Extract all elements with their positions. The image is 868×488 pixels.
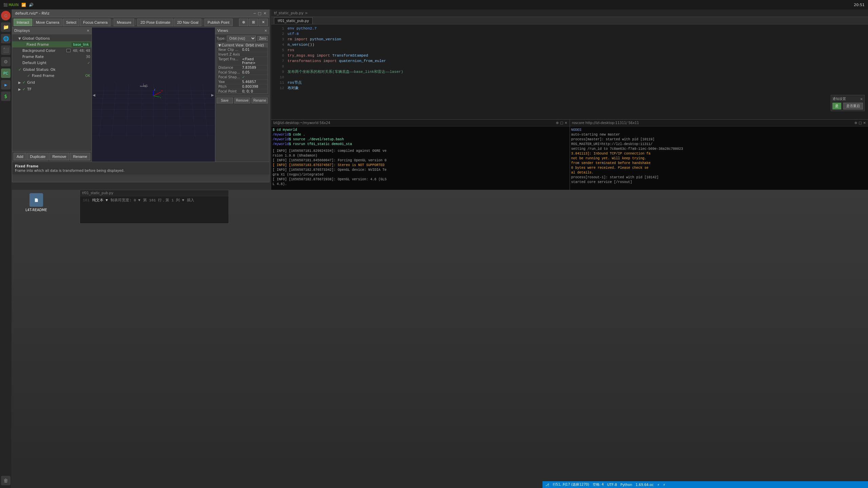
views-title: Views [217, 28, 228, 33]
code-text-4: n_version()) [288, 42, 314, 47]
distance-value: 7.83589 [242, 66, 266, 69]
target-frame-row: Target Fra... <Fixed Frame> [217, 57, 268, 65]
interact-button[interactable]: Interact [14, 19, 32, 26]
remove-display-button[interactable]: Remove [49, 153, 69, 160]
editor-tab-main[interactable]: tf01_static_pub.py [274, 17, 313, 24]
taskbar-pycharm[interactable]: PC [1, 68, 11, 78]
add-display-button[interactable]: Add [14, 153, 26, 160]
tf-check[interactable]: ✓ [22, 87, 27, 92]
system-bar: ⬛ MAXN 📶 🔊 20:51 [0, 0, 868, 9]
taskbar-trash[interactable]: 🗑 [1, 476, 11, 485]
bottom-code-line-1: 161 纯文本 ▼ 制表符宽度: 8 ▼ 第 161 行，第 1 列 ▼ 插入 [81, 198, 227, 203]
taskbar-browser[interactable]: 🌐 [1, 34, 11, 43]
bottom-code-content[interactable]: 161 纯文本 ▼ 制表符宽度: 8 ▼ 第 161 行，第 1 列 ▼ 插入 [80, 196, 229, 204]
far-right-buttons: 通知设置 ✕ 是 是否重启 [831, 95, 865, 111]
grid-label: Grid [27, 80, 90, 85]
line-num-3: 3 [274, 37, 284, 42]
views-remove-button[interactable]: Remove [234, 98, 251, 103]
frame-rate-row[interactable]: Frame Rate 30 [12, 54, 92, 60]
terminal-right-line-8: 3.841113]: Inbound TCP/IP connection fa [571, 151, 867, 156]
invert-z-value [242, 53, 266, 56]
default-light-row[interactable]: Default Light ✓ [12, 60, 92, 66]
fixed-frame-value[interactable]: base_link [72, 42, 90, 47]
publish-point-button[interactable]: Publish Point [204, 19, 232, 26]
terminal-left-title: lzl@lzl-desktop:~/myworld 56x24 [273, 121, 330, 125]
maximize-btn[interactable]: □ [258, 11, 261, 16]
git-icon: ⎇ [545, 483, 549, 487]
nav-2d-button[interactable]: 2D Nav Goal [174, 19, 201, 26]
views-type-select[interactable]: Orbit (rviz) [227, 36, 256, 41]
fixed-frame-row[interactable]: Fixed Frame base_link [12, 41, 92, 47]
line-num-12: 12 [274, 85, 284, 91]
duplicate-display-button[interactable]: Duplicate [27, 153, 49, 160]
taskbar-home[interactable]: ⊙ [1, 11, 11, 20]
displays-close-btn[interactable]: ✕ [87, 29, 90, 33]
minimize-btn[interactable]: ─ [254, 11, 256, 16]
terminal-left-line-8: [ INFO] [1656507183.876374567]: Stereo i… [273, 163, 568, 168]
tf-row[interactable]: ▶ ✓ TF [12, 86, 92, 92]
line-num-8: 8 [274, 64, 284, 69]
views-zero-button[interactable]: Zero [257, 36, 268, 41]
line-num-9: 9 [274, 69, 284, 75]
move-camera-button[interactable]: Move Camera [33, 19, 62, 26]
terminal-btn-1[interactable]: ⊕ [556, 121, 558, 125]
terminal-right-btn-2[interactable]: □ [859, 121, 862, 125]
close-btn[interactable]: ✕ [263, 11, 267, 16]
toolbar-split[interactable]: ⊞ [249, 19, 258, 26]
views-current-header[interactable]: ▼ Current View Orbit (rviz) [217, 43, 268, 47]
views-type-label: Type: [217, 37, 225, 40]
grid-expand[interactable]: ▶ [18, 81, 22, 84]
toolbar-expand[interactable]: ⊕ [239, 19, 248, 26]
select-button[interactable]: Select [63, 19, 80, 26]
measure-button[interactable]: Measure [114, 19, 134, 26]
terminal-btn-3[interactable]: ✕ [565, 121, 567, 125]
taskbar-terminal[interactable]: ⬛ [1, 45, 11, 55]
grid-row[interactable]: ▶ ✓ Grid [12, 79, 92, 85]
color-swatch[interactable] [66, 49, 71, 52]
notification-close[interactable]: ✕ [860, 97, 863, 101]
terminal-right-btn-1[interactable]: ⊕ [854, 121, 857, 125]
tf-expand[interactable]: ▶ [18, 87, 22, 91]
warn-icon: ⚡ [663, 483, 665, 487]
code-text-11: ros节点 [288, 80, 302, 85]
toolbar-close[interactable]: ✕ [259, 19, 268, 26]
cancel-button[interactable]: 是否重启 [843, 103, 863, 109]
displays-panel-header: Displays ✕ [12, 27, 92, 34]
background-color-row[interactable]: Background Color 48; 48; 48 [12, 47, 92, 54]
rename-display-button[interactable]: Rename [70, 153, 90, 160]
global-status-ff-value: OK [85, 74, 90, 78]
expand-icon: ▼ [218, 43, 221, 47]
global-options-row[interactable]: ▼ Global Options [12, 35, 92, 41]
focus-camera-button[interactable]: Focus Camera [80, 19, 111, 26]
terminal-left-line-4: /myworld$ rosrun tf01_static demo01_sta [273, 142, 568, 147]
terminal-btn-2[interactable]: □ [560, 121, 563, 125]
desktop-icon-l4t[interactable]: 📄 L4T-README [25, 193, 47, 212]
confirm-button[interactable]: 是 [832, 103, 841, 109]
fixed-frame-label: Fixed Frame [26, 42, 70, 47]
line-num-2: 2 [274, 31, 284, 37]
views-save-button[interactable]: Save [217, 98, 233, 103]
bottom-code-title: tf01_static_pub.py [82, 191, 113, 195]
pose-2d-button[interactable]: 2D Pose Estimate [137, 19, 173, 26]
views-close-btn[interactable]: ✕ [264, 29, 267, 33]
grid-check[interactable]: ✓ [22, 80, 27, 85]
line-num-7: 7 [274, 58, 284, 64]
views-rename-button[interactable]: Rename [252, 98, 268, 103]
terminal-right-line-1: NODES [571, 128, 867, 133]
vscode-status-bar: ⎇ 行51, 列17 (选择1270) 空格: 4 UTF-8 Python 1… [542, 481, 868, 488]
taskbar-terminal2[interactable]: $ [1, 92, 11, 101]
global-status-ff-row[interactable]: ✓ Fixed Frame OK [12, 73, 92, 79]
displays-panel: Displays ✕ ▼ Global Options Fixed Frame … [12, 27, 92, 162]
line-num-11: 11 [274, 80, 284, 85]
terminal-right-line-4: process[master]: started with pid [10119… [571, 137, 867, 142]
taskbar-files[interactable]: 📁 [1, 22, 11, 32]
global-options-expand[interactable]: ▼ [18, 37, 22, 40]
code-area[interactable]: 1 env python2.7 2 utf-8 3 rm import pyth… [271, 24, 868, 119]
3d-viewport[interactable]: X Y Z base_link ◀ ▶ [92, 27, 215, 162]
taskbar-settings[interactable]: ⚙ [1, 57, 11, 66]
global-status-row[interactable]: ✓ Global Status: Ok [12, 66, 92, 73]
taskbar-vscode[interactable]: ▶ [1, 80, 11, 89]
frame-rate-value: 30 [86, 55, 90, 59]
terminal-left-titlebar: lzl@lzl-desktop:~/myworld 56x24 ⊕ □ ✕ [271, 120, 570, 126]
terminal-right-btn-3[interactable]: ✕ [863, 121, 866, 125]
